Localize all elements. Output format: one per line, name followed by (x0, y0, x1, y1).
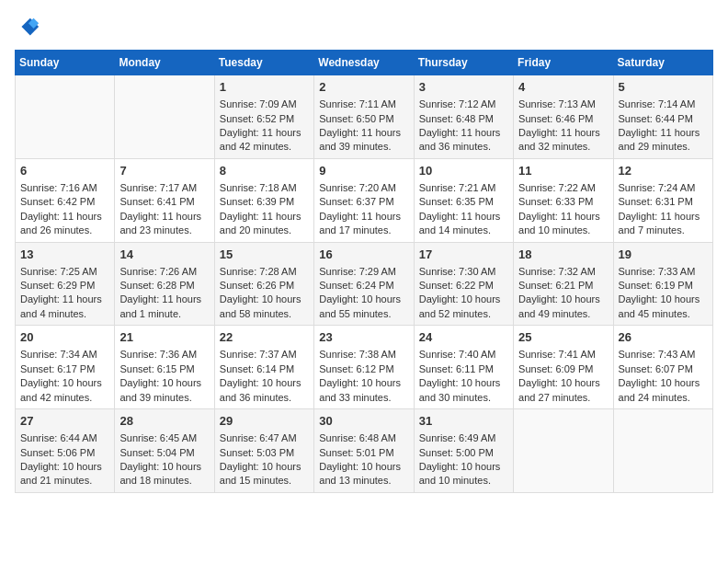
daylight-text: Daylight: 11 hours and 29 minutes. (619, 126, 708, 155)
sunset-text: Sunset: 6:41 PM (119, 195, 209, 209)
sunset-text: Sunset: 6:44 PM (619, 112, 708, 126)
day-number: 23 (319, 329, 408, 346)
sunrise-text: Sunrise: 7:09 AM (220, 98, 309, 111)
sunset-text: Sunset: 6:39 PM (220, 195, 309, 209)
sunset-text: Sunset: 6:24 PM (319, 279, 408, 293)
day-number: 19 (619, 247, 708, 263)
day-number: 22 (220, 329, 309, 346)
day-number: 13 (20, 247, 109, 263)
sunrise-text: Sunrise: 7:28 AM (220, 265, 309, 279)
sunset-text: Sunset: 6:33 PM (518, 195, 608, 209)
calendar-cell: 27Sunrise: 6:44 AMSunset: 5:06 PMDayligh… (16, 409, 115, 493)
day-number: 29 (220, 413, 309, 430)
calendar-cell: 4Sunrise: 7:13 AMSunset: 6:46 PMDaylight… (514, 75, 613, 159)
day-number: 30 (319, 413, 408, 430)
calendar-cell (514, 409, 613, 493)
daylight-text: Daylight: 10 hours and 39 minutes. (119, 376, 209, 405)
day-number: 9 (319, 163, 408, 179)
calendar-cell: 9Sunrise: 7:20 AMSunset: 6:37 PMDaylight… (314, 158, 414, 242)
calendar-cell: 1Sunrise: 7:09 AMSunset: 6:52 PMDaylight… (214, 75, 313, 159)
calendar-cell (613, 409, 712, 493)
daylight-text: Daylight: 10 hours and 30 minutes. (419, 376, 508, 405)
calendar-cell: 25Sunrise: 7:41 AMSunset: 6:09 PMDayligh… (514, 326, 613, 409)
calendar-cell: 13Sunrise: 7:25 AMSunset: 6:29 PMDayligh… (16, 242, 115, 326)
calendar-cell: 16Sunrise: 7:29 AMSunset: 6:24 PMDayligh… (314, 242, 414, 326)
day-number: 25 (518, 329, 608, 346)
sunset-text: Sunset: 6:09 PM (518, 362, 608, 376)
sunset-text: Sunset: 6:46 PM (518, 112, 608, 126)
calendar-cell: 22Sunrise: 7:37 AMSunset: 6:14 PMDayligh… (214, 326, 313, 409)
day-number: 17 (419, 247, 508, 263)
daylight-text: Daylight: 10 hours and 27 minutes. (518, 376, 608, 405)
daylight-text: Daylight: 10 hours and 33 minutes. (319, 376, 408, 405)
daylight-text: Daylight: 11 hours and 17 minutes. (319, 210, 408, 238)
sunrise-text: Sunrise: 7:11 AM (319, 98, 408, 111)
daylight-text: Daylight: 10 hours and 58 minutes. (220, 293, 309, 321)
sunset-text: Sunset: 6:14 PM (220, 362, 309, 376)
calendar-cell: 19Sunrise: 7:33 AMSunset: 6:19 PMDayligh… (613, 242, 712, 326)
calendar-cell: 2Sunrise: 7:11 AMSunset: 6:50 PMDaylight… (314, 75, 414, 159)
day-number: 3 (419, 79, 508, 96)
daylight-text: Daylight: 10 hours and 45 minutes. (619, 293, 708, 321)
day-number: 15 (220, 247, 309, 263)
day-number: 21 (119, 329, 209, 346)
sunset-text: Sunset: 5:00 PM (419, 446, 508, 460)
calendar-cell: 17Sunrise: 7:30 AMSunset: 6:22 PMDayligh… (414, 242, 513, 326)
day-number: 31 (419, 413, 508, 430)
sunrise-text: Sunrise: 6:48 AM (319, 431, 408, 445)
daylight-text: Daylight: 10 hours and 18 minutes. (119, 460, 209, 488)
sunset-text: Sunset: 6:50 PM (319, 112, 408, 126)
calendar-cell: 8Sunrise: 7:18 AMSunset: 6:39 PMDaylight… (214, 158, 313, 242)
day-header-tuesday: Tuesday (214, 51, 313, 75)
daylight-text: Daylight: 11 hours and 36 minutes. (419, 126, 508, 155)
sunset-text: Sunset: 6:19 PM (619, 279, 708, 293)
calendar-cell: 21Sunrise: 7:36 AMSunset: 6:15 PMDayligh… (115, 326, 214, 409)
sunrise-text: Sunrise: 7:41 AM (518, 348, 608, 362)
calendar-cell: 7Sunrise: 7:17 AMSunset: 6:41 PMDaylight… (115, 158, 214, 242)
calendar-cell: 3Sunrise: 7:12 AMSunset: 6:48 PMDaylight… (414, 75, 513, 159)
sunset-text: Sunset: 6:37 PM (319, 195, 408, 209)
calendar-week-row: 1Sunrise: 7:09 AMSunset: 6:52 PMDaylight… (16, 75, 713, 159)
logo (15, 15, 44, 40)
day-number: 24 (419, 329, 508, 346)
calendar-week-row: 20Sunrise: 7:34 AMSunset: 6:17 PMDayligh… (16, 326, 713, 409)
daylight-text: Daylight: 10 hours and 21 minutes. (20, 460, 109, 488)
calendar-header-row: SundayMondayTuesdayWednesdayThursdayFrid… (16, 51, 713, 75)
daylight-text: Daylight: 10 hours and 15 minutes. (220, 460, 309, 488)
daylight-text: Daylight: 10 hours and 13 minutes. (319, 460, 408, 488)
sunset-text: Sunset: 6:07 PM (619, 362, 708, 376)
sunset-text: Sunset: 6:12 PM (319, 362, 408, 376)
day-header-thursday: Thursday (414, 51, 513, 75)
sunrise-text: Sunrise: 6:44 AM (20, 431, 109, 445)
sunrise-text: Sunrise: 7:20 AM (319, 181, 408, 195)
sunset-text: Sunset: 6:26 PM (220, 279, 309, 293)
calendar-cell: 20Sunrise: 7:34 AMSunset: 6:17 PMDayligh… (16, 326, 115, 409)
calendar-cell: 14Sunrise: 7:26 AMSunset: 6:28 PMDayligh… (115, 242, 214, 326)
daylight-text: Daylight: 11 hours and 26 minutes. (20, 210, 109, 238)
calendar-table: SundayMondayTuesdayWednesdayThursdayFrid… (15, 50, 713, 493)
day-number: 4 (518, 79, 608, 96)
day-number: 6 (20, 163, 109, 179)
day-number: 18 (518, 247, 608, 263)
calendar-cell: 24Sunrise: 7:40 AMSunset: 6:11 PMDayligh… (414, 326, 513, 409)
day-number: 1 (220, 79, 309, 96)
sunrise-text: Sunrise: 7:22 AM (518, 181, 608, 195)
calendar-cell: 31Sunrise: 6:49 AMSunset: 5:00 PMDayligh… (414, 409, 513, 493)
calendar-cell: 5Sunrise: 7:14 AMSunset: 6:44 PMDaylight… (613, 75, 712, 159)
calendar-cell (115, 75, 214, 159)
sunrise-text: Sunrise: 7:24 AM (619, 181, 708, 195)
sunrise-text: Sunrise: 6:47 AM (220, 431, 309, 445)
calendar-cell: 28Sunrise: 6:45 AMSunset: 5:04 PMDayligh… (115, 409, 214, 493)
sunrise-text: Sunrise: 7:13 AM (518, 98, 608, 111)
day-number: 12 (619, 163, 708, 179)
day-header-monday: Monday (115, 51, 214, 75)
sunset-text: Sunset: 5:04 PM (119, 446, 209, 460)
calendar-cell: 15Sunrise: 7:28 AMSunset: 6:26 PMDayligh… (214, 242, 313, 326)
sunrise-text: Sunrise: 7:25 AM (20, 265, 109, 279)
day-number: 27 (20, 413, 109, 430)
daylight-text: Daylight: 10 hours and 49 minutes. (518, 293, 608, 321)
daylight-text: Daylight: 10 hours and 42 minutes. (20, 376, 109, 405)
sunrise-text: Sunrise: 7:43 AM (619, 348, 708, 362)
calendar-week-row: 27Sunrise: 6:44 AMSunset: 5:06 PMDayligh… (16, 409, 713, 493)
sunset-text: Sunset: 6:17 PM (20, 362, 109, 376)
